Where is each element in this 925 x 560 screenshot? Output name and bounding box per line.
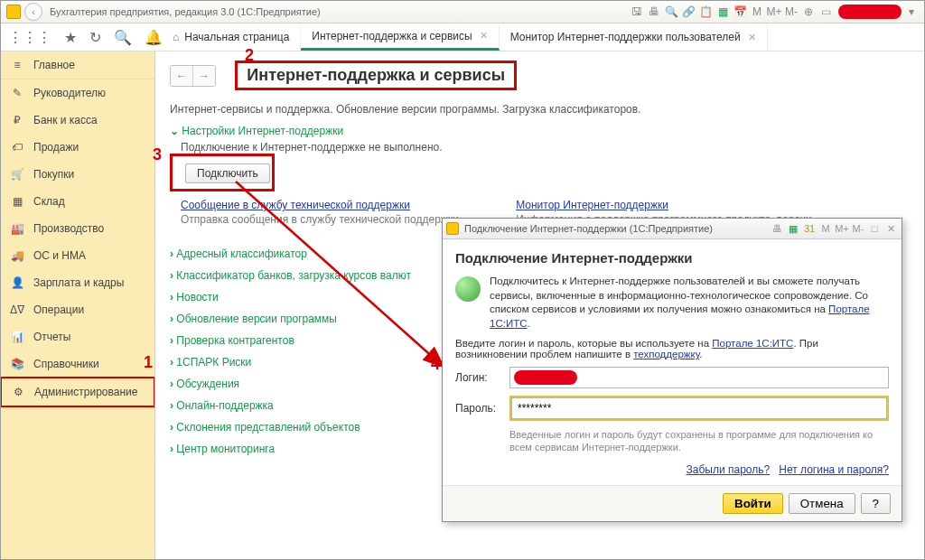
login-label: Логин: <box>455 371 502 384</box>
gear-icon: ⚙ <box>11 386 25 398</box>
chart-icon: 📊 <box>10 331 24 343</box>
window-icon[interactable]: ▭ <box>818 5 833 19</box>
sidebar-item-reports[interactable]: 📊Отчеты <box>1 323 154 350</box>
tab-home[interactable]: ⌂ Начальная страница <box>162 23 301 51</box>
dlg-maximize-icon[interactable]: □ <box>867 223 882 234</box>
nav-back-button[interactable]: ← <box>171 66 193 86</box>
sidebar-item-label: Зарплата и кадры <box>33 276 124 289</box>
link-icon[interactable]: 🔗 <box>681 5 696 19</box>
password-input[interactable] <box>511 397 887 419</box>
mem-mplus-icon[interactable]: M+ <box>767 5 781 19</box>
grid-icon: ▦ <box>10 195 24 208</box>
favorite-star-icon[interactable]: ★ <box>64 29 77 46</box>
search-toolbar-icon[interactable]: 🔍 <box>114 29 132 46</box>
annotation-3: 3 <box>153 145 162 164</box>
clipboard-icon[interactable]: 📋 <box>698 5 713 19</box>
page-title: Интернет-поддержка и сервисы <box>235 61 517 90</box>
operations-icon: ᐃᐁ <box>10 303 24 316</box>
sidebar-item-sales[interactable]: 🏷Продажи <box>1 134 154 161</box>
mem-mminus-icon[interactable]: M- <box>784 5 799 19</box>
nav-forward-button[interactable]: → <box>193 66 215 86</box>
globe-icon <box>455 276 481 302</box>
sidebar-item-bank[interactable]: ₽Банк и касса <box>1 107 154 134</box>
menu-icon: ≡ <box>10 59 24 71</box>
dropdown-icon[interactable]: ▾ <box>904 5 919 19</box>
sidebar-item-assets[interactable]: 🚚ОС и НМА <box>1 242 154 269</box>
notifications-bell-icon[interactable]: 🔔 <box>145 29 163 46</box>
dlg-mminus-icon[interactable]: M- <box>851 223 865 234</box>
search-icon[interactable]: 🔍 <box>664 5 678 19</box>
link-tech-support[interactable]: Сообщение в службу технической поддержки <box>181 199 410 211</box>
password-label: Пароль: <box>455 402 502 415</box>
calc-icon[interactable]: ▦ <box>715 5 730 19</box>
close-icon[interactable]: ✕ <box>480 30 488 42</box>
sidebar-item-label: ОС и НМА <box>33 249 86 262</box>
dialog-logo-icon <box>446 222 459 235</box>
sidebar-item-label: Отчеты <box>33 331 70 343</box>
nav-arrows: ← → <box>170 65 216 87</box>
connect-button-highlight: Подключить <box>170 154 275 191</box>
cancel-button[interactable]: Отмена <box>789 493 855 514</box>
current-user-badge[interactable] <box>838 5 902 19</box>
calendar-icon[interactable]: 📅 <box>733 5 747 19</box>
link-its-portal-2[interactable]: Портале 1С:ИТС <box>712 338 793 349</box>
cart-icon: 🛒 <box>10 168 24 181</box>
dlg-m-icon[interactable]: M <box>818 223 833 234</box>
login-input-redacted[interactable] <box>514 370 577 385</box>
sidebar-item-administration[interactable]: ⚙Администрирование <box>1 377 155 407</box>
factory-icon: 🏭 <box>10 222 24 235</box>
dialog-title-text: Подключение Интернет-поддержки (1С:Предп… <box>464 223 713 234</box>
sidebar-item-label: Производство <box>33 222 104 235</box>
tab-label: Монитор Интернет-поддержки пользователей <box>510 31 741 43</box>
save-icon[interactable]: 🖫 <box>630 5 644 19</box>
sidebar-item-label: Главное <box>33 59 75 71</box>
connect-button[interactable]: Подключить <box>185 163 270 183</box>
page-subtitle: Интернет-сервисы и поддержка. Обновление… <box>170 103 910 116</box>
sidebar-item-references[interactable]: 📚Справочники <box>1 350 154 378</box>
dlg-close-icon[interactable]: ✕ <box>883 223 898 235</box>
print-icon[interactable]: 🖶 <box>647 5 661 19</box>
dialog-heading: Подключение Интернет-поддержки <box>455 250 889 266</box>
sidebar-item-label: Продажи <box>33 141 79 154</box>
close-icon[interactable]: ✕ <box>748 32 756 43</box>
tab-monitor[interactable]: Монитор Интернет-поддержки пользователей… <box>500 23 768 51</box>
help-button[interactable]: ? <box>861 493 891 514</box>
link-techsupport[interactable]: техподдержку <box>633 349 699 359</box>
sidebar-item-operations[interactable]: ᐃᐁОперации <box>1 296 154 323</box>
sidebar-item-main[interactable]: ≡Главное <box>1 51 154 79</box>
sidebar-item-label: Администрирование <box>34 386 137 398</box>
books-icon: 📚 <box>10 358 24 370</box>
dialog-titlebar: Подключение Интернет-поддержки (1С:Предп… <box>443 219 902 239</box>
window-title: Бухгалтерия предприятия, редакция 3.0 (1… <box>50 6 321 17</box>
sidebar-item-hr[interactable]: 👤Зарплата и кадры <box>1 269 154 296</box>
home-icon: ⌂ <box>173 31 179 43</box>
section-settings-header[interactable]: Настройки Интернет-поддержки <box>170 125 910 137</box>
app-logo-icon <box>6 5 21 19</box>
titlebar-back-icon[interactable]: ‹ <box>24 3 42 21</box>
sidebar-item-label: Покупки <box>33 168 74 181</box>
apps-grid-icon[interactable]: ⋮⋮⋮ <box>8 29 51 46</box>
history-icon[interactable]: ↻ <box>89 29 101 46</box>
tag-icon: 🏷 <box>10 141 24 154</box>
dlg-mplus-icon[interactable]: M+ <box>835 223 849 234</box>
pencil-icon: ✎ <box>10 87 24 99</box>
sidebar-item-warehouse[interactable]: ▦Склад <box>1 188 154 215</box>
link-no-login[interactable]: Нет логина и пароля? <box>779 463 889 476</box>
sidebar-item-manager[interactable]: ✎Руководителю <box>1 79 154 107</box>
tab-internet-support[interactable]: Интернет-поддержка и сервисы ✕ <box>301 23 499 51</box>
link-monitor[interactable]: Монитор Интернет-поддержки <box>516 199 668 211</box>
dlg-calendar-icon[interactable]: 31 <box>802 223 817 234</box>
zoom-icon[interactable]: ⊕ <box>801 5 816 19</box>
tab-bar: ⋮⋮⋮ ★ ↻ 🔍 🔔 ⌂ Начальная страница Интерне… <box>1 23 924 51</box>
mem-m-icon[interactable]: M <box>750 5 764 19</box>
sidebar-item-production[interactable]: 🏭Производство <box>1 215 154 242</box>
link-forgot-password[interactable]: Забыли пароль? <box>687 463 771 476</box>
dlg-print-icon[interactable]: 🖶 <box>770 223 784 234</box>
login-button[interactable]: Войти <box>723 493 783 514</box>
sidebar-item-label: Банк и касса <box>33 114 98 126</box>
ruble-icon: ₽ <box>10 114 24 126</box>
tab-home-label: Начальная страница <box>184 31 289 43</box>
dlg-calc-icon[interactable]: ▦ <box>786 223 800 235</box>
sidebar-item-purchases[interactable]: 🛒Покупки <box>1 161 154 188</box>
sidebar: ≡Главное ✎Руководителю ₽Банк и касса 🏷Пр… <box>1 51 155 560</box>
